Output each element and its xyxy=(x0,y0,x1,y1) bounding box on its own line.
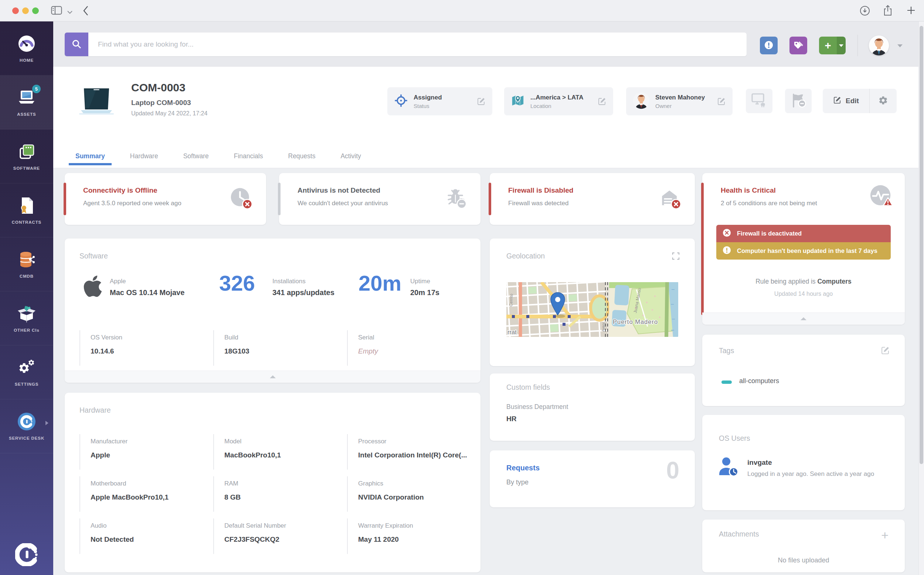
edit-status-icon[interactable] xyxy=(477,97,486,106)
sidebar-item-other-cis[interactable]: OTHER CIs xyxy=(0,291,53,345)
service-desk-arrow-icon xyxy=(46,421,48,425)
tag-color-swatch xyxy=(721,381,732,384)
alert-description: We couldn't detect your antivirus xyxy=(298,200,388,207)
add-attachment-icon[interactable]: + xyxy=(879,528,891,542)
remote-session-button[interactable] xyxy=(746,89,772,113)
hardware-field-manufacturer: Manufacturer Apple xyxy=(79,434,201,470)
health-rule: Rule being applied is Computers xyxy=(702,278,905,286)
hardware-field-ram: RAM 8 GB xyxy=(213,476,335,512)
window-close-button[interactable] xyxy=(12,7,19,14)
owner-chip[interactable]: Steven Mahoney Owner xyxy=(626,87,732,115)
invgate-logo xyxy=(0,543,53,566)
back-icon[interactable] xyxy=(83,6,89,17)
map[interactable]: Cerrito Juana Manso Aveni Puerto Madero … xyxy=(506,282,678,337)
edit-button[interactable]: Edit xyxy=(823,89,869,113)
window-minimize-button[interactable] xyxy=(22,7,29,14)
health-pulse-icon xyxy=(869,183,894,211)
software-collapse-button[interactable] xyxy=(65,370,480,383)
status-chip[interactable]: Assigned Status xyxy=(387,87,492,115)
tab-hardware[interactable]: Hardware xyxy=(128,144,160,168)
tags-icon xyxy=(793,40,804,51)
user-menu-caret[interactable] xyxy=(897,44,903,47)
health-updated: Updated 14 hours ago xyxy=(702,291,905,297)
hardware-card: Hardware Manufacturer Apple Model MacBoo… xyxy=(65,393,480,572)
connectivity-alert-card: Connectivity is Offline Agent 3.5.0 repo… xyxy=(65,173,266,225)
custom-fields-card: Custom fields Business Department HR xyxy=(490,373,695,441)
hardware-field-model: Model MacBookPro10,1 xyxy=(213,434,335,470)
sidebar-toggle-icon[interactable] xyxy=(51,6,62,16)
antivirus-alert-card: Antivirus is not Detected We couldn't de… xyxy=(279,173,480,225)
scrollbar-track[interactable] xyxy=(918,21,924,575)
edit-tags-icon[interactable] xyxy=(881,346,890,356)
search-input[interactable] xyxy=(88,33,746,56)
location-map-icon xyxy=(511,94,525,109)
error-circle-icon xyxy=(723,229,731,238)
alert-title: Firewall is Disabled xyxy=(508,186,573,194)
sidebar-item-settings[interactable]: SETTINGS xyxy=(0,345,53,399)
top-bar: + xyxy=(53,21,924,67)
hardware-field-warranty: Warranty Expiration May 11 2020 xyxy=(347,518,469,554)
settings-gears-icon xyxy=(17,358,36,377)
sidebar-item-service-desk[interactable]: SERVICE DESK xyxy=(0,399,53,453)
gear-icon xyxy=(878,95,888,107)
tag-item[interactable]: all-computers xyxy=(739,377,779,385)
sidebar-item-software[interactable]: SOFTWARE xyxy=(0,129,53,183)
asset-settings-button[interactable] xyxy=(870,89,897,113)
chevron-down-icon[interactable] xyxy=(67,9,73,16)
edit-owner-icon[interactable] xyxy=(717,97,726,106)
add-dropdown-caret[interactable] xyxy=(837,37,846,54)
tags-title: Tags xyxy=(719,346,734,355)
search-bar xyxy=(65,33,746,56)
requests-card: Requests By type 0 xyxy=(490,450,695,507)
health-issue-error: Firewall is deactivated xyxy=(716,225,891,242)
attachments-card: Attachments + No files uploaded xyxy=(702,519,905,572)
fullscreen-icon[interactable] xyxy=(672,252,680,261)
map-street-label: rrat xyxy=(507,329,517,335)
sidebar: HOME 5 ASSETS SOFTWARE CONTRACTS CMD xyxy=(0,21,53,575)
health-collapse-button[interactable] xyxy=(702,313,905,325)
os-summary: Apple Mac OS 10.14 Mojave xyxy=(110,278,184,297)
alert-severity-stripe xyxy=(63,183,66,215)
location-chip[interactable]: ...America > LATA Location xyxy=(504,87,613,115)
requests-link[interactable]: Requests xyxy=(506,464,540,472)
share-icon[interactable] xyxy=(883,5,893,17)
new-tab-icon[interactable] xyxy=(906,6,916,17)
hardware-field-motherboard: Motherboard Apple MacBookPro10,1 xyxy=(79,476,201,512)
uptime-value: 20m xyxy=(358,273,401,294)
user-avatar[interactable] xyxy=(869,35,889,56)
owner-avatar xyxy=(633,92,650,111)
apple-logo-icon xyxy=(82,274,103,300)
sidebar-item-contracts[interactable]: CONTRACTS xyxy=(0,183,53,237)
warning-circle-icon xyxy=(723,246,731,256)
scrollbar-thumb[interactable] xyxy=(919,26,923,464)
tab-activity[interactable]: Activity xyxy=(339,144,362,168)
edit-location-icon[interactable] xyxy=(598,97,607,106)
tab-software[interactable]: Software xyxy=(182,144,210,168)
add-button[interactable]: + xyxy=(819,37,846,54)
window-zoom-button[interactable] xyxy=(32,7,39,14)
software-icon xyxy=(17,142,36,161)
geolocation-card: Geolocation xyxy=(490,238,695,366)
sidebar-item-home[interactable]: HOME xyxy=(0,21,53,75)
flag-button[interactable] xyxy=(785,89,811,113)
search-button[interactable] xyxy=(65,33,88,56)
custom-field-value: HR xyxy=(506,415,516,423)
tab-summary[interactable]: Summary xyxy=(74,144,106,168)
antivirus-bug-icon xyxy=(444,186,469,212)
download-icon[interactable] xyxy=(860,6,870,17)
sidebar-item-assets[interactable]: 5 ASSETS xyxy=(0,75,53,129)
health-card: Health is Critical 2 of 5 conditions are… xyxy=(702,173,905,325)
info-button[interactable] xyxy=(760,37,778,54)
attachments-title: Attachments xyxy=(719,530,759,538)
tab-financials[interactable]: Financials xyxy=(233,144,265,168)
cmdb-icon xyxy=(17,250,36,269)
alert-severity-stripe xyxy=(278,183,281,215)
other-cis-box-icon xyxy=(17,304,36,323)
tab-requests[interactable]: Requests xyxy=(287,144,317,168)
tags-button[interactable] xyxy=(789,37,807,54)
sidebar-item-cmdb[interactable]: CMDB xyxy=(0,237,53,291)
tags-card: Tags all-computers xyxy=(702,335,905,406)
contracts-icon xyxy=(17,196,36,215)
software-field-build: Build 18G103 xyxy=(213,330,335,366)
user-clock-icon xyxy=(718,456,740,478)
